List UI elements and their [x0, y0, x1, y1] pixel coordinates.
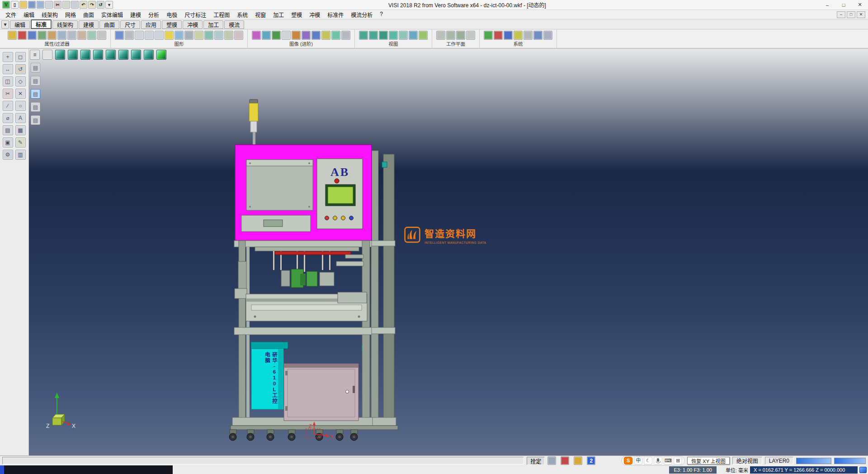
tab-wireframe[interactable]: 线架构: [52, 20, 78, 29]
viewport-menu-icon[interactable]: ≡: [30, 50, 40, 60]
view-rotate-icon[interactable]: [389, 31, 398, 40]
print-icon[interactable]: [45, 1, 53, 9]
section-icon[interactable]: [194, 31, 203, 40]
tab-list-dropdown[interactable]: ▾: [1, 20, 9, 28]
snap-icon[interactable]: [494, 31, 503, 40]
minimize-button[interactable]: –: [819, 0, 835, 9]
texture-icon[interactable]: [262, 31, 271, 40]
taskbar-strip[interactable]: [0, 465, 173, 474]
menu-window[interactable]: 视窗: [251, 10, 269, 19]
menu-solid-edit[interactable]: 实体编辑: [98, 10, 127, 19]
menu-mesh[interactable]: 网格: [61, 10, 80, 19]
undo-icon[interactable]: ↶: [80, 1, 87, 9]
sogou-logo-icon[interactable]: S: [624, 457, 632, 465]
cylinder-c-icon[interactable]: [155, 31, 164, 40]
background-icon[interactable]: [272, 31, 281, 40]
edges-icon[interactable]: [184, 31, 193, 40]
view-cube-right-icon[interactable]: [93, 50, 103, 60]
tab-modeling[interactable]: 建模: [79, 20, 99, 29]
view-iso-icon[interactable]: [379, 31, 388, 40]
view-cube-left-icon[interactable]: [118, 50, 128, 60]
render-icon[interactable]: [252, 31, 261, 40]
gallery-icon[interactable]: [302, 31, 311, 40]
zoom-window-icon[interactable]: ◻: [15, 52, 26, 62]
layers-icon[interactable]: [504, 31, 513, 40]
view-blank-icon[interactable]: [42, 50, 52, 60]
menu-help[interactable]: ?: [376, 10, 387, 19]
mdi-close-button[interactable]: ✕: [857, 11, 865, 18]
mdi-minimize-button[interactable]: –: [837, 11, 845, 18]
wire-filter-icon[interactable]: [87, 31, 96, 40]
menu-machining[interactable]: 加工: [269, 10, 288, 19]
plane-list-icon-1[interactable]: ▤: [31, 63, 40, 72]
ime-mic-icon[interactable]: [654, 457, 662, 465]
cylinder-b-icon[interactable]: [145, 31, 154, 40]
save-all-icon[interactable]: [37, 1, 44, 9]
view-cube-top-icon[interactable]: [68, 50, 78, 60]
doc-state-icon[interactable]: [547, 456, 556, 465]
solid-filter-icon[interactable]: [67, 31, 76, 40]
menu-mold[interactable]: 塑模: [288, 10, 306, 19]
lock-button[interactable]: 拴定: [527, 457, 545, 465]
tab-standard[interactable]: 标准: [31, 19, 52, 29]
dynamic-rotate-icon[interactable]: [204, 31, 213, 40]
view-mode-indicator[interactable]: 绝对视图: [732, 457, 762, 465]
menu-dimension[interactable]: 尺寸标注: [181, 10, 210, 19]
tab-application[interactable]: 应用: [141, 20, 161, 29]
tab-machining[interactable]: 加工: [203, 20, 223, 29]
menu-system[interactable]: 系统: [233, 10, 251, 19]
tab-dimension[interactable]: 尺寸: [120, 20, 140, 29]
redo-icon[interactable]: ↷: [88, 1, 96, 9]
menu-wireframe[interactable]: 线架构: [38, 10, 61, 19]
save-file-icon[interactable]: [28, 1, 36, 9]
corner-app-icon[interactable]: [859, 467, 867, 473]
ime-lang-icon[interactable]: 中: [634, 457, 642, 465]
plane-list-icon-3[interactable]: ▤: [31, 89, 40, 99]
layer-filter-icon[interactable]: [28, 31, 37, 40]
ime-toolbox-icon[interactable]: ⊞: [674, 457, 682, 465]
rotate-icon[interactable]: ↺: [15, 64, 26, 74]
view-cube-iso-icon[interactable]: [55, 50, 65, 60]
refresh-icon[interactable]: ↺: [97, 1, 104, 9]
circle-icon[interactable]: ○: [15, 101, 26, 111]
tab-edit[interactable]: 编辑: [10, 20, 30, 29]
mdi-restore-button[interactable]: □: [847, 11, 855, 18]
wireframe-view-icon[interactable]: [125, 31, 134, 40]
view-front-icon[interactable]: [369, 31, 378, 40]
trim-icon[interactable]: ✂: [3, 89, 13, 99]
info-icon[interactable]: [533, 31, 542, 40]
erase-icon[interactable]: ✕: [15, 89, 26, 99]
view-top-icon[interactable]: [359, 31, 368, 40]
cut-icon[interactable]: ✂: [54, 1, 61, 9]
gear-icon[interactable]: ⚙: [3, 150, 13, 160]
view-cube-front-icon[interactable]: [80, 50, 90, 60]
tab-mold[interactable]: 塑膜: [162, 20, 182, 29]
palette-icon[interactable]: [514, 31, 523, 40]
snapshot-icon[interactable]: [282, 31, 291, 40]
all-filter-icon[interactable]: [97, 31, 106, 40]
view-cube-shaded-icon[interactable]: [156, 50, 166, 60]
view-cube-sw-icon[interactable]: [144, 50, 154, 60]
print-image-icon[interactable]: [341, 31, 350, 40]
menu-standard-parts[interactable]: 标准件: [324, 10, 347, 19]
view-previous-icon[interactable]: [409, 31, 418, 40]
plane-list-icon-2[interactable]: ▤: [31, 76, 40, 85]
movie-icon[interactable]: [321, 31, 330, 40]
copy-icon[interactable]: [62, 1, 70, 9]
error-log-icon[interactable]: [561, 456, 569, 465]
visi-logo-icon[interactable]: V: [2, 1, 10, 9]
measure-icon[interactable]: ⌀: [3, 113, 13, 123]
view-cube-bottom-icon[interactable]: [131, 50, 141, 60]
viewport-3d[interactable]: AB: [29, 49, 868, 455]
type-filter-icon[interactable]: [38, 31, 47, 40]
transparency-icon[interactable]: [175, 31, 184, 40]
select-icon[interactable]: +: [3, 52, 13, 62]
color-filter-icon[interactable]: [18, 31, 27, 40]
plane-list-icon-4[interactable]: ▤: [31, 102, 40, 112]
pen-icon[interactable]: ✎: [15, 137, 26, 147]
layer-indicator[interactable]: LAYER0: [765, 457, 793, 465]
notes-icon[interactable]: [574, 456, 582, 465]
compare-icon[interactable]: [331, 31, 340, 40]
paste-icon[interactable]: [71, 1, 79, 9]
workplane-view-icon[interactable]: [456, 31, 465, 40]
